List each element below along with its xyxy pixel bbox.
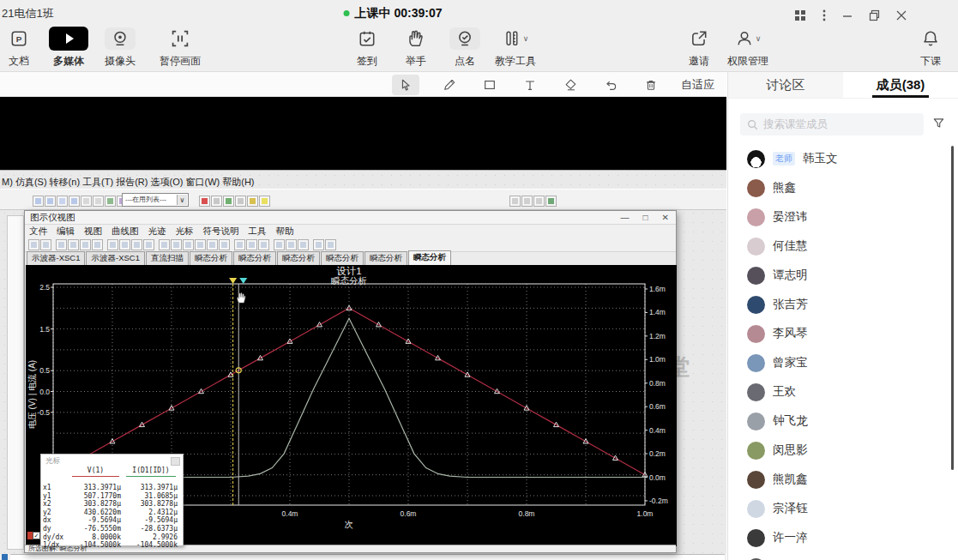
grapher-tab-6[interactable]: 瞬态分析 — [321, 251, 364, 265]
toolbar-icon[interactable] — [223, 196, 234, 207]
grapher-tool-icon[interactable] — [68, 239, 79, 250]
grapher-toolbar[interactable] — [25, 238, 676, 252]
member-row[interactable]: 曾家宝 — [728, 348, 958, 377]
member-row[interactable] — [728, 552, 958, 560]
grapher-tab-3[interactable]: 瞬态分析 — [190, 251, 232, 265]
grapher-tool-icon[interactable] — [195, 239, 206, 250]
cursor-panel[interactable]: 光标 V(1) I(D1[ID]) x1313.3971µ313.3971µy1… — [40, 454, 184, 546]
grapher-tab-5[interactable]: 瞬态分析 — [277, 251, 320, 265]
grapher-menu-bar[interactable]: 文件编辑视图曲线图光迹光标符号说明工具帮助 — [25, 225, 676, 238]
toolbar-icon[interactable] — [259, 196, 270, 207]
member-row[interactable]: 钟飞龙 — [728, 406, 958, 436]
pen-tool[interactable] — [439, 75, 460, 95]
multisim-view-icons[interactable] — [33, 193, 129, 208]
grapher-tool-icon[interactable] — [234, 239, 245, 250]
grapher-tool-icon[interactable] — [274, 239, 285, 250]
grapher-titlebar[interactable]: 图示仪视图 — □ ✕ — [25, 211, 676, 225]
toolbar-icon[interactable] — [235, 196, 246, 207]
toolbar-icon[interactable] — [69, 196, 80, 207]
member-row[interactable]: 谭志明 — [728, 261, 958, 290]
grapher-tab-4[interactable]: 瞬态分析 — [233, 251, 276, 265]
toolbar-icon[interactable] — [199, 196, 210, 207]
member-row[interactable]: 宗泽钰 — [728, 494, 958, 523]
grapher-maximize-icon[interactable]: □ — [643, 212, 648, 224]
grapher-tab-0[interactable]: 示波器-XSC1 — [27, 251, 85, 265]
grapher-tool-icon[interactable] — [119, 239, 130, 250]
grapher-tool-icon[interactable] — [40, 239, 51, 250]
grapher-tool-icon[interactable] — [131, 239, 142, 250]
grapher-menu-工具[interactable]: 工具 — [249, 226, 267, 238]
multisim-zoom-icons[interactable] — [509, 193, 557, 208]
grapher-tool-icon[interactable] — [207, 239, 218, 250]
grapher-menu-视图[interactable]: 视图 — [84, 226, 102, 238]
grapher-tool-icon[interactable] — [56, 239, 67, 250]
grapher-close-icon[interactable]: ✕ — [662, 212, 669, 224]
grapher-menu-帮助[interactable]: 帮助 — [276, 226, 294, 238]
search-input[interactable]: 搜索课堂成员 — [740, 113, 924, 135]
member-row[interactable]: 李风琴 — [728, 319, 958, 348]
grapher-tool-icon[interactable] — [92, 239, 103, 250]
trash-tool[interactable] — [641, 75, 661, 95]
multisim-menu-bar[interactable]: M) 仿真(S) 转移(n) 工具(T) 报告(R) 选项(O) 窗口(W) 帮… — [2, 176, 255, 189]
member-row[interactable]: 张吉芳 — [728, 290, 958, 319]
member-row[interactable]: 何佳慧 — [728, 232, 958, 261]
toolbar-icon[interactable] — [545, 196, 557, 207]
sidebar-scrollbar[interactable] — [951, 146, 954, 470]
member-row[interactable]: 熊鑫 — [728, 173, 958, 202]
toolbar-icon[interactable] — [81, 196, 92, 207]
grapher-tool-icon[interactable] — [246, 239, 257, 250]
close-icon[interactable] — [896, 9, 907, 21]
in-use-list-combobox[interactable]: ---在用列表---∨ — [122, 193, 189, 207]
grapher-tool-icon[interactable] — [219, 239, 230, 250]
member-row[interactable]: 许一淬 — [728, 523, 958, 552]
toolbar-icon[interactable] — [33, 196, 44, 207]
toolbar-icon[interactable] — [211, 196, 222, 207]
toolbar-icon[interactable] — [93, 196, 104, 207]
member-row[interactable]: 晏澄讳 — [728, 202, 958, 232]
cursor-tool[interactable] — [392, 75, 419, 95]
grapher-tab-1[interactable]: 示波器-XSC1 — [86, 251, 144, 265]
grapher-tab-2[interactable]: 直流扫描 — [146, 251, 189, 265]
grapher-tool-icon[interactable] — [313, 239, 324, 250]
toolbar-icon[interactable] — [57, 196, 68, 207]
tab-members[interactable]: 成员(38) — [843, 72, 958, 98]
pause-screen-button[interactable]: 暂停画面 — [142, 26, 219, 69]
grapher-tool-icon[interactable] — [171, 239, 182, 250]
grapher-tool-icon[interactable] — [258, 239, 269, 250]
grapher-tool-icon[interactable] — [298, 239, 309, 250]
grapher-menu-曲线图[interactable]: 曲线图 — [111, 226, 139, 238]
text-tool[interactable] — [520, 75, 540, 95]
grapher-tool-icon[interactable] — [107, 239, 118, 250]
teaching-tools-button[interactable]: ∨ 教学工具 — [477, 26, 554, 69]
layout-grid-icon[interactable] — [794, 9, 806, 21]
grapher-minimize-icon[interactable]: — — [621, 212, 630, 224]
grapher-tab-8[interactable]: 瞬态分析 — [408, 250, 451, 265]
grapher-tool-icon[interactable] — [80, 239, 91, 250]
member-row[interactable]: 熊凯鑫 — [728, 465, 958, 494]
toolbar-icon[interactable] — [45, 196, 56, 207]
toolbar-icon[interactable] — [105, 196, 116, 207]
toolbar-icon[interactable] — [521, 196, 533, 207]
trace-select-indicator[interactable]: ✓ — [27, 532, 40, 539]
undo-tool[interactable] — [600, 75, 621, 95]
tab-discussion[interactable]: 讨论区 — [728, 72, 843, 98]
grapher-menu-光标[interactable]: 光标 — [176, 226, 194, 238]
grapher-tool-icon[interactable] — [325, 239, 336, 250]
eraser-tool[interactable] — [560, 75, 581, 95]
filter-icon[interactable] — [932, 117, 945, 129]
member-row[interactable]: 闵思影 — [728, 436, 958, 465]
auto-fit-button[interactable]: 自适应 — [681, 77, 714, 93]
member-row[interactable]: 王欢 — [728, 377, 958, 406]
grapher-tool-icon[interactable] — [286, 239, 297, 250]
grapher-tool-icon[interactable] — [183, 239, 194, 250]
end-class-button[interactable]: 下课 — [892, 26, 958, 69]
multisim-sim-icons[interactable] — [199, 193, 271, 208]
restore-icon[interactable] — [869, 9, 880, 21]
rectangle-tool[interactable] — [479, 75, 500, 95]
cursor-panel-close-icon[interactable] — [171, 457, 180, 466]
member-row[interactable]: 老师韩玉文 — [728, 144, 958, 173]
grapher-tab-7[interactable]: 瞬态分析 — [365, 251, 407, 265]
grapher-tool-icon[interactable] — [159, 239, 170, 250]
grapher-menu-符号说明[interactable]: 符号说明 — [203, 226, 239, 238]
grapher-menu-光迹[interactable]: 光迹 — [148, 226, 166, 238]
